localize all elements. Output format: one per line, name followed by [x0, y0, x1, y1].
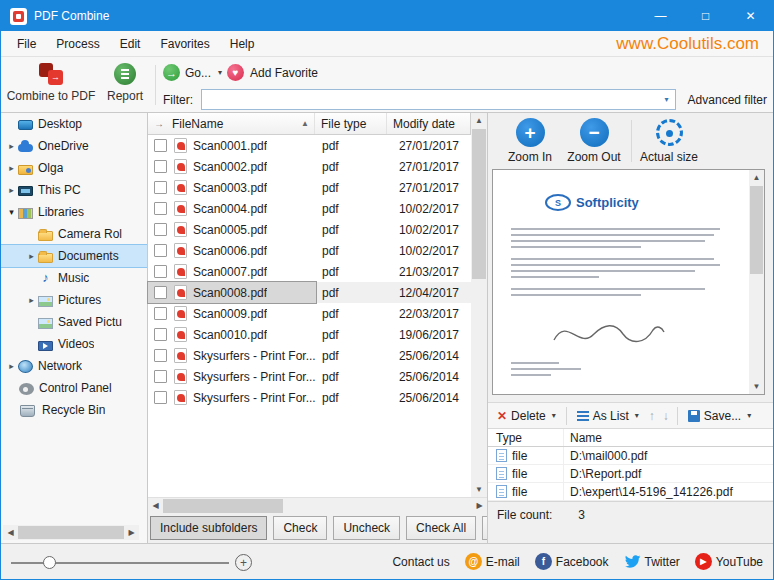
- sidebar-item-onedrive[interactable]: ▸ OneDrive: [1, 135, 147, 157]
- menu-favorites[interactable]: Favorites: [150, 37, 219, 51]
- preview-vertical-scrollbar[interactable]: ▲ ▼: [749, 170, 764, 394]
- close-button[interactable]: ✕: [728, 1, 773, 31]
- advanced-filter-link[interactable]: Advanced filter: [688, 93, 767, 107]
- row-checkbox[interactable]: [154, 391, 167, 404]
- file-row[interactable]: Scan0003.pdf pdf 27/01/2017: [148, 177, 471, 198]
- row-checkbox[interactable]: [154, 139, 167, 152]
- file-row[interactable]: Scan0006.pdf pdf 10/02/2017: [148, 240, 471, 261]
- file-row[interactable]: Scan0010.pdf pdf 19/06/2017: [148, 324, 471, 345]
- report-button[interactable]: Report: [99, 61, 151, 103]
- expand-icon[interactable]: ▸: [25, 251, 38, 261]
- sidebar-item-documents[interactable]: ▸ Documents: [1, 245, 147, 267]
- expand-icon[interactable]: ▸: [25, 295, 38, 305]
- check-button[interactable]: Check: [273, 516, 327, 540]
- add-favorite-button[interactable]: ♥ Add Favorite: [227, 64, 318, 81]
- collapse-icon[interactable]: ▾: [5, 207, 18, 217]
- scroll-right-icon[interactable]: ▶: [124, 525, 139, 540]
- slider-plus-button[interactable]: +: [235, 554, 252, 571]
- row-checkbox[interactable]: [154, 202, 167, 215]
- row-checkbox[interactable]: [154, 160, 167, 173]
- file-row[interactable]: Skysurfers - Print For... pdf 25/06/2014: [148, 345, 471, 366]
- column-header-filetype[interactable]: File type: [315, 113, 387, 134]
- scroll-down-icon[interactable]: ▼: [471, 482, 487, 497]
- expand-icon[interactable]: ▸: [5, 163, 18, 173]
- row-checkbox[interactable]: [154, 307, 167, 320]
- go-button[interactable]: → Go... ▾: [163, 64, 222, 81]
- include-subfolders-toggle[interactable]: Include subfolders: [150, 516, 267, 540]
- row-checkbox[interactable]: [154, 370, 167, 383]
- row-checkbox[interactable]: [154, 223, 167, 236]
- output-row[interactable]: file D:\expert\14-5196_141226.pdf: [488, 483, 773, 501]
- scrollbar-thumb[interactable]: [163, 499, 283, 513]
- row-checkbox[interactable]: [154, 265, 167, 278]
- zoom-out-button[interactable]: − Zoom Out: [562, 118, 626, 164]
- twitter-link[interactable]: Twitter: [624, 553, 680, 570]
- sidebar-item-saved-pictures[interactable]: Saved Pictures: [1, 311, 147, 333]
- column-header-filename[interactable]: → FileName ▲: [148, 113, 315, 134]
- zoom-in-button[interactable]: + Zoom In: [498, 118, 562, 164]
- file-row[interactable]: Scan0005.pdf pdf 10/02/2017: [148, 219, 471, 240]
- scrollbar-thumb[interactable]: [750, 186, 763, 274]
- file-row[interactable]: Scan0009.pdf pdf 22/03/2017: [148, 303, 471, 324]
- scrollbar-thumb[interactable]: [18, 526, 124, 539]
- move-up-button[interactable]: ↑: [647, 405, 657, 427]
- row-checkbox[interactable]: [154, 349, 167, 362]
- combine-to-pdf-button[interactable]: → Combine to PDF: [5, 61, 97, 103]
- expand-icon[interactable]: ▸: [5, 141, 18, 151]
- column-header-modifydate[interactable]: Modify date: [387, 113, 470, 134]
- scroll-down-icon[interactable]: ▼: [749, 379, 765, 394]
- sidebar-item-camera-roll[interactable]: Camera Roll: [1, 223, 147, 245]
- column-header-type[interactable]: Type: [488, 429, 564, 446]
- scroll-left-icon[interactable]: ◀: [3, 525, 18, 540]
- sidebar-item-videos[interactable]: Videos: [1, 333, 147, 355]
- maximize-button[interactable]: □: [683, 1, 728, 31]
- row-checkbox[interactable]: [154, 286, 167, 299]
- file-row[interactable]: Scan0004.pdf pdf 10/02/2017: [148, 198, 471, 219]
- row-checkbox[interactable]: [154, 181, 167, 194]
- menu-edit[interactable]: Edit: [110, 37, 151, 51]
- scroll-up-icon[interactable]: ▲: [749, 170, 765, 185]
- list-vertical-scrollbar[interactable]: ▲ ▼: [471, 113, 487, 497]
- column-header-name[interactable]: Name: [564, 431, 773, 445]
- chevron-down-icon[interactable]: ▾: [659, 95, 675, 104]
- list-horizontal-scrollbar[interactable]: ◀ ▶: [148, 497, 487, 513]
- file-row-selected[interactable]: Scan0008.pdf pdf 12/04/2017: [148, 282, 471, 303]
- uncheck-all-button[interactable]: Uncheck All: [482, 516, 487, 540]
- check-all-button[interactable]: Check All: [406, 516, 476, 540]
- file-row[interactable]: Scan0002.pdf pdf 27/01/2017: [148, 156, 471, 177]
- uncheck-button[interactable]: Uncheck: [333, 516, 400, 540]
- zoom-slider-knob[interactable]: [43, 556, 56, 569]
- sidebar-item-network[interactable]: ▸ Network: [1, 355, 147, 377]
- file-row[interactable]: Skysurfers - Print For... pdf 25/06/2014: [148, 366, 471, 387]
- sidebar-item-pictures[interactable]: ▸ Pictures: [1, 289, 147, 311]
- expand-icon[interactable]: ▸: [5, 361, 18, 371]
- move-down-button[interactable]: ↓: [661, 405, 671, 427]
- scroll-left-icon[interactable]: ◀: [148, 498, 163, 513]
- sidebar-item-libraries[interactable]: ▾ Libraries: [1, 201, 147, 223]
- scroll-right-icon[interactable]: ▶: [472, 498, 487, 513]
- sidebar-horizontal-scrollbar[interactable]: ◀ ▶: [3, 525, 139, 540]
- actual-size-button[interactable]: Actual size: [637, 118, 701, 164]
- delete-button[interactable]: ✕ Delete ▾: [493, 405, 560, 427]
- menu-process[interactable]: Process: [46, 37, 109, 51]
- menu-file[interactable]: File: [7, 37, 46, 51]
- file-row[interactable]: Scan0007.pdf pdf 21/03/2017: [148, 261, 471, 282]
- sidebar-item-desktop[interactable]: Desktop: [1, 113, 147, 135]
- file-row[interactable]: Skysurfers - Print For... pdf 25/06/2014: [148, 387, 471, 408]
- file-row[interactable]: Scan0001.pdf pdf 27/01/2017: [148, 135, 471, 156]
- sidebar-item-olga[interactable]: ▸ Olga: [1, 157, 147, 179]
- expand-icon[interactable]: ▸: [5, 185, 18, 195]
- output-row[interactable]: file D:\Report.pdf: [488, 465, 773, 483]
- output-row[interactable]: file D:\mail000.pdf: [488, 447, 773, 465]
- email-link[interactable]: @ E-mail: [465, 553, 520, 570]
- menu-help[interactable]: Help: [220, 37, 265, 51]
- row-checkbox[interactable]: [154, 328, 167, 341]
- save-button[interactable]: Save... ▾: [684, 405, 755, 427]
- sidebar-item-control-panel[interactable]: Control Panel: [1, 377, 147, 399]
- facebook-link[interactable]: f Facebook: [535, 553, 609, 570]
- row-checkbox[interactable]: [154, 244, 167, 257]
- contact-us-label[interactable]: Contact us: [392, 555, 449, 569]
- sidebar-item-music[interactable]: ♪ Music: [1, 267, 147, 289]
- minimize-button[interactable]: —: [638, 1, 683, 31]
- scroll-up-icon[interactable]: ▲: [471, 113, 487, 128]
